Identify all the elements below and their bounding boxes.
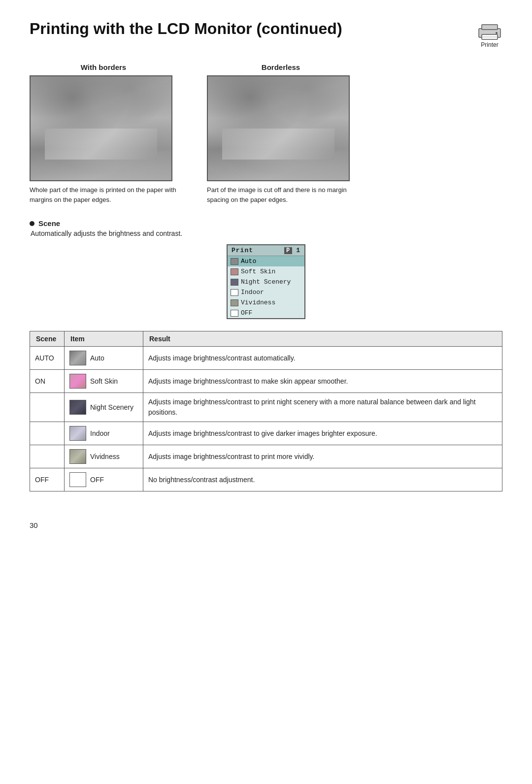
menu-title: Print [232, 247, 253, 254]
scene-description: Automatically adjusts the brightness and… [31, 229, 502, 237]
thumb-icon-soft-skin [69, 374, 86, 389]
menu-item-soft-skin[interactable]: Soft Skin [228, 266, 304, 277]
thumb-icon-vividness [69, 449, 86, 464]
item-label-soft-skin: Soft Skin [90, 377, 118, 385]
menu-item-vividness[interactable]: Vividness [228, 297, 304, 308]
menu-icon-auto [231, 258, 238, 265]
table-header-scene: Scene [30, 331, 65, 347]
menu-container: Print P 1 Auto Soft Skin Night Scenery [30, 244, 502, 319]
item-label-off: OFF [90, 476, 104, 484]
table-row: AUTO Auto Adjusts image brightness/contr… [30, 347, 502, 370]
borderless-title: Borderless [207, 63, 355, 71]
menu-item-off-label: OFF [241, 309, 252, 317]
result-cell-off: No brightness/contrast adjustment. [143, 468, 502, 491]
result-cell-night-scenery: Adjusts image brightness/contrast to pri… [143, 393, 502, 422]
item-cell-soft-skin: Soft Skin [65, 370, 143, 393]
thumb-icon-off [69, 472, 86, 487]
borderless-example: Borderless Part of the image is cut off … [207, 63, 355, 204]
thumb-icon-auto [69, 351, 86, 365]
printer-icon-box: Printer [477, 22, 502, 48]
thumb-icon-night-scenery [69, 400, 86, 415]
item-cell-vividness-inner: Vividness [69, 449, 138, 464]
scene-heading-label: Scene [38, 219, 60, 228]
menu-item-indoor-label: Indoor [241, 289, 264, 296]
table-row: OFF OFF No brightness/contrast adjustmen… [30, 468, 502, 491]
scene-cell-off: OFF [30, 468, 65, 491]
item-label-indoor: Indoor [90, 429, 110, 437]
item-label-vividness: Vividness [90, 453, 120, 460]
thumb-icon-indoor [69, 426, 86, 441]
item-cell-auto-inner: Auto [69, 351, 138, 365]
table-row: Night Scenery Adjusts image brightness/c… [30, 393, 502, 422]
scene-section: Scene Automatically adjusts the brightne… [30, 219, 502, 319]
menu-item-indoor[interactable]: Indoor [228, 287, 304, 297]
page-number-area: 30 [30, 521, 502, 529]
scene-cell-on: ON [30, 370, 65, 393]
scene-cell-auto: AUTO [30, 347, 65, 370]
menu-item-auto-label: Auto [241, 258, 256, 265]
borderless-photo [207, 75, 350, 181]
item-cell-soft-skin-inner: Soft Skin [69, 374, 138, 389]
item-cell-off-inner: OFF [69, 472, 138, 487]
result-cell-indoor: Adjusts image brightness/contrast to giv… [143, 422, 502, 445]
menu-icon-night-scenery [231, 279, 238, 286]
menu-icon-off [231, 310, 238, 317]
menu-icon-indoor [231, 289, 238, 296]
with-borders-photo [30, 75, 172, 181]
menu-item-auto[interactable]: Auto [228, 256, 304, 266]
menu-p-badge: P [284, 247, 292, 254]
result-cell-vividness: Adjusts image brightness/contrast to pri… [143, 445, 502, 468]
menu-item-off[interactable]: OFF [228, 308, 304, 318]
menu-icon-vividness [231, 299, 238, 306]
menu-title-row: Print P 1 [228, 245, 304, 256]
printer-icon [477, 22, 502, 40]
item-cell-night-scenery-inner: Night Scenery [69, 400, 138, 415]
table-header-item: Item [65, 331, 143, 347]
svg-point-3 [496, 32, 498, 34]
table-row: ON Soft Skin Adjusts image brightness/co… [30, 370, 502, 393]
item-cell-indoor: Indoor [65, 422, 143, 445]
bullet-dot [30, 221, 34, 226]
item-cell-vividness: Vividness [65, 445, 143, 468]
page-header: Printing with the LCD Monitor (continued… [30, 20, 502, 48]
item-label-night-scenery: Night Scenery [90, 403, 133, 411]
borderless-caption: Part of the image is cut off and there i… [207, 185, 355, 204]
menu-icon-soft-skin [231, 268, 238, 275]
menu-item-night-scenery-label: Night Scenery [241, 278, 291, 286]
menu-number: 1 [296, 247, 300, 254]
table-row: Vividness Adjusts image brightness/contr… [30, 445, 502, 468]
scene-cell-ns [30, 393, 65, 422]
item-cell-indoor-inner: Indoor [69, 426, 138, 441]
with-borders-example: With borders Whole part of the image is … [30, 63, 177, 204]
table-header-result: Result [143, 331, 502, 347]
scene-heading: Scene [30, 219, 502, 228]
with-borders-photo-inner [31, 76, 171, 180]
result-cell-soft-skin: Adjusts image brightness/contrast to mak… [143, 370, 502, 393]
printer-label: Printer [481, 41, 498, 48]
table-row: Indoor Adjusts image brightness/contrast… [30, 422, 502, 445]
page-title: Printing with the LCD Monitor (continued… [30, 20, 342, 38]
item-cell-off: OFF [65, 468, 143, 491]
menu-item-vividness-label: Vividness [241, 299, 275, 306]
with-borders-title: With borders [30, 63, 177, 71]
scene-table: Scene Item Result AUTO Auto Adjusts imag… [30, 331, 502, 491]
menu-item-night-scenery[interactable]: Night Scenery [228, 277, 304, 287]
with-borders-caption: Whole part of the image is printed on th… [30, 185, 177, 204]
page-number: 30 [30, 521, 502, 529]
menu-item-soft-skin-label: Soft Skin [241, 268, 275, 275]
item-label-auto: Auto [90, 354, 104, 362]
print-examples: With borders Whole part of the image is … [30, 63, 502, 204]
svg-rect-1 [482, 25, 498, 30]
scene-cell-vividness [30, 445, 65, 468]
menu-title-right: P 1 [284, 247, 300, 254]
result-cell-auto: Adjusts image brightness/contrast automa… [143, 347, 502, 370]
item-cell-auto: Auto [65, 347, 143, 370]
menu-box: Print P 1 Auto Soft Skin Night Scenery [227, 244, 305, 319]
item-cell-night-scenery: Night Scenery [65, 393, 143, 422]
borderless-photo-inner [208, 76, 349, 180]
scene-cell-indoor [30, 422, 65, 445]
